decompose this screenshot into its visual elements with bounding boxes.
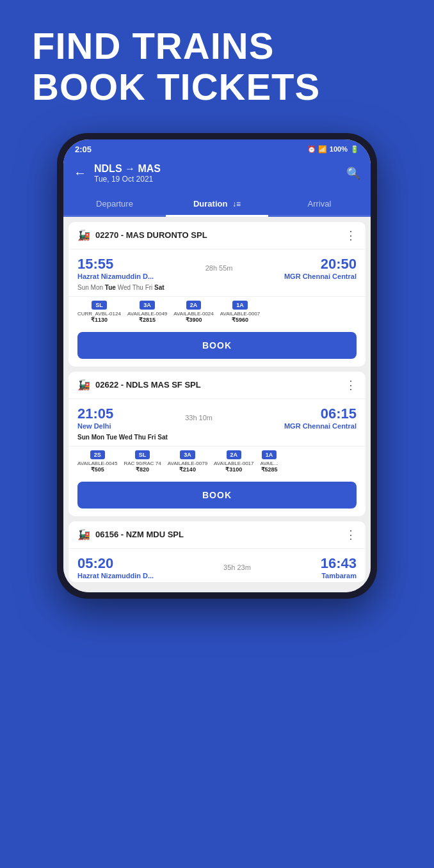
sort-icon: ↓≡ [232, 200, 241, 209]
search-button[interactable]: 🔍 [346, 166, 360, 180]
train-icon-2: 🚂 [77, 379, 90, 391]
train-icon-3: 🚂 [77, 528, 90, 541]
days-row-2: Sun Mon Tue Wed Thu Fri Sat [68, 432, 366, 446]
day-tue-1: Tue [105, 284, 118, 291]
dep-time-3: 05:20 [77, 555, 154, 572]
trains-list: 🚂 02270 - MAS DURONTO SPL ⋮ 15:55 Hazrat… [63, 217, 371, 592]
tab-departure-label: Departure [96, 199, 133, 209]
train-timing-3: 05:20 Hazrat Nizamuddin D... 35h 23m 16:… [68, 549, 366, 582]
sort-tabs: Departure Duration ↓≡ Arrival [63, 193, 371, 217]
tab-arrival[interactable]: Arrival [268, 193, 371, 215]
arr-col-1: 20:50 MGR Chennai Central [284, 256, 357, 280]
class-1a-1[interactable]: 1A AVAILABLE-0007 ₹5960 [220, 301, 260, 323]
dep-time-2: 21:05 [77, 406, 113, 422]
class-2a-1[interactable]: 2A AVAILABLE-0024 ₹3900 [173, 301, 213, 323]
arr-station-1: MGR Chennai Central [284, 272, 357, 280]
phone-outer: 2:05 ⏰ 📶 100% 🔋 ← NDLS → MAS Tue, 19 Oct… [57, 133, 377, 599]
class-sl-1[interactable]: SL CURR_AVBL-0124 ₹1130 [77, 301, 121, 323]
day-fri-2: Fri [148, 434, 158, 441]
arr-station-2: MGR Chennai Central [284, 422, 357, 430]
class-sl-2[interactable]: SL RAC 90/RAC 74 ₹820 [124, 450, 161, 473]
status-time: 2:05 [75, 145, 92, 154]
day-sun-1: Sun [77, 284, 91, 291]
book-button-1[interactable]: BOOK [77, 332, 357, 359]
arr-col-2: 06:15 MGR Chennai Central [284, 406, 357, 430]
classes-row-2: 2S AVAILABLE-0045 ₹505 SL RAC 90/RAC 74 … [68, 446, 366, 477]
tab-departure[interactable]: Departure [63, 193, 166, 215]
hero-line1: FIND TRAINS [32, 25, 274, 67]
travel-date: Tue, 19 Oct 2021 [94, 175, 339, 184]
class-3a-1[interactable]: 3A AVAILABLE-0049 ₹2815 [127, 301, 167, 323]
dep-station-2: New Delhi [77, 422, 113, 430]
dep-col-3: 05:20 Hazrat Nizamuddin D... [77, 555, 154, 580]
day-mon-1: Mon [91, 284, 105, 291]
train-card-3: 🚂 06156 - NZM MDU SPL ⋮ 05:20 Hazrat Niz… [68, 521, 366, 582]
dep-time-1: 15:55 [77, 256, 154, 272]
nav-bar: ← NDLS → MAS Tue, 19 Oct 2021 🔍 [63, 157, 371, 193]
status-icons: ⏰ 📶 [307, 145, 327, 154]
hero-line2: BOOK TICKETS [32, 66, 320, 107]
duration-1: 28h 55m [205, 264, 233, 272]
status-right: ⏰ 📶 100% 🔋 [307, 145, 359, 154]
hero-section: FIND TRAINS BOOK TICKETS [0, 0, 434, 127]
day-thu-2: Thu [134, 434, 148, 441]
train-card-1: 🚂 02270 - MAS DURONTO SPL ⋮ 15:55 Hazrat… [68, 222, 366, 367]
day-wed-2: Wed [119, 434, 134, 441]
arr-col-3: 16:43 Tambaram [321, 555, 357, 580]
train-card-2: 🚂 02622 - NDLS MAS SF SPL ⋮ 21:05 New De… [68, 372, 366, 516]
dep-station-3: Hazrat Nizamuddin D... [77, 572, 154, 580]
class-2a-2[interactable]: 2A AVAILABLE-0017 ₹3100 [214, 450, 253, 473]
tab-duration-label: Duration [193, 199, 227, 209]
train-timing-2: 21:05 New Delhi 33h 10m 06:15 MGR Chenna… [68, 399, 366, 432]
hero-title: FIND TRAINS BOOK TICKETS [32, 26, 402, 107]
train-name-1: 02270 - MAS DURONTO SPL [95, 230, 345, 240]
train-icon-1: 🚂 [77, 229, 90, 241]
train-header-1: 🚂 02270 - MAS DURONTO SPL ⋮ [68, 222, 366, 249]
tab-duration[interactable]: Duration ↓≡ [166, 193, 268, 217]
dep-col-2: 21:05 New Delhi [77, 406, 113, 430]
train-header-2: 🚂 02622 - NDLS MAS SF SPL ⋮ [68, 372, 366, 399]
classes-row-1: SL CURR_AVBL-0124 ₹1130 3A AVAILABLE-004… [68, 296, 366, 327]
more-options-2[interactable]: ⋮ [345, 378, 357, 392]
more-options-3[interactable]: ⋮ [345, 528, 357, 542]
class-3a-2[interactable]: 3A AVAILABLE-0079 ₹2140 [168, 450, 207, 473]
arr-station-3: Tambaram [321, 572, 357, 580]
day-tue-2: Tue [106, 434, 119, 441]
train-timing-1: 15:55 Hazrat Nizamuddin D... 28h 55m 20:… [68, 249, 366, 283]
more-options-1[interactable]: ⋮ [345, 228, 357, 242]
day-sat-1: Sat [154, 284, 165, 291]
back-button[interactable]: ← [74, 166, 86, 180]
nav-title: NDLS → MAS Tue, 19 Oct 2021 [94, 163, 339, 184]
dep-station-1: Hazrat Nizamuddin D... [77, 272, 154, 280]
arr-time-2: 06:15 [321, 406, 357, 422]
train-name-2: 02622 - NDLS MAS SF SPL [95, 380, 345, 390]
arr-time-3: 16:43 [321, 555, 357, 572]
route-title: NDLS → MAS [94, 163, 339, 175]
phone-inner: 2:05 ⏰ 📶 100% 🔋 ← NDLS → MAS Tue, 19 Oct… [63, 139, 371, 592]
dep-col-1: 15:55 Hazrat Nizamuddin D... [77, 256, 154, 280]
battery-icon: 🔋 [350, 145, 359, 154]
day-mon-2: Mon [92, 434, 106, 441]
days-row-1: Sun Mon Tue Wed Thu Fri Sat [68, 283, 366, 296]
day-fri-1: Fri [145, 284, 154, 291]
day-sun-2: Sun [77, 434, 92, 441]
status-bar: 2:05 ⏰ 📶 100% 🔋 [63, 139, 371, 157]
arr-time-1: 20:50 [321, 256, 357, 272]
duration-2: 33h 10m [185, 414, 213, 422]
day-thu-1: Thu [133, 284, 145, 291]
train-name-3: 06156 - NZM MDU SPL [95, 530, 345, 539]
phone-mockup: 2:05 ⏰ 📶 100% 🔋 ← NDLS → MAS Tue, 19 Oct… [0, 127, 434, 624]
day-wed-1: Wed [118, 284, 133, 291]
day-sat-2: Sat [157, 434, 168, 441]
book-button-2[interactable]: BOOK [77, 482, 357, 509]
train-header-3: 🚂 06156 - NZM MDU SPL ⋮ [68, 521, 366, 549]
duration-3: 35h 23m [223, 564, 251, 571]
tab-arrival-label: Arrival [308, 199, 332, 209]
status-battery: 100% [330, 145, 348, 153]
class-1a-2[interactable]: 1A AVAIL... ₹5285 [261, 450, 278, 473]
class-2s-2[interactable]: 2S AVAILABLE-0045 ₹505 [77, 450, 117, 473]
